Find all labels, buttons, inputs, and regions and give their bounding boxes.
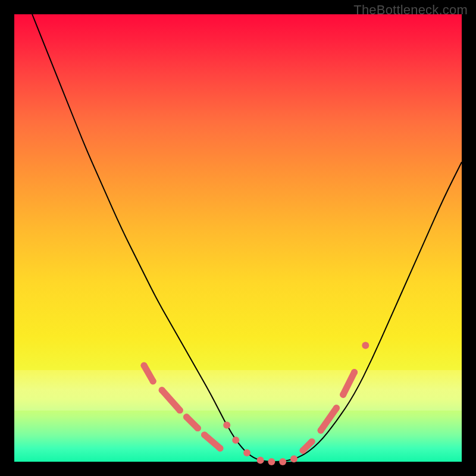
marker-dot [333, 405, 340, 411]
marker-dot [309, 439, 315, 445]
marker-dot [318, 427, 324, 434]
marker-dot [243, 449, 250, 456]
marker-dot [340, 392, 346, 398]
marker-dot [290, 455, 298, 462]
marker-dot [279, 458, 286, 465]
marker-dot [195, 425, 201, 431]
marker-dot [177, 407, 183, 414]
marker-dot [183, 414, 190, 420]
marker-dot [150, 378, 156, 384]
watermark-text: TheBottleneck.com [353, 2, 468, 18]
marker-segment [162, 390, 180, 411]
marker-dot [300, 447, 306, 454]
marker-segment [343, 372, 355, 395]
bottleneck-curve [32, 14, 462, 462]
curve-markers [141, 342, 369, 465]
marker-dot [351, 369, 358, 375]
marker-dot [268, 458, 275, 465]
marker-dot [217, 445, 223, 452]
marker-dot [159, 387, 165, 393]
bottleneck-curve-svg [14, 14, 462, 462]
marker-segment [321, 408, 336, 431]
marker-dot [257, 456, 264, 464]
chart-plot-area [14, 14, 462, 462]
marker-dot [223, 422, 230, 429]
marker-dot [201, 431, 208, 438]
marker-dot [141, 362, 148, 369]
marker-dot [362, 342, 369, 349]
marker-dot [232, 437, 239, 444]
